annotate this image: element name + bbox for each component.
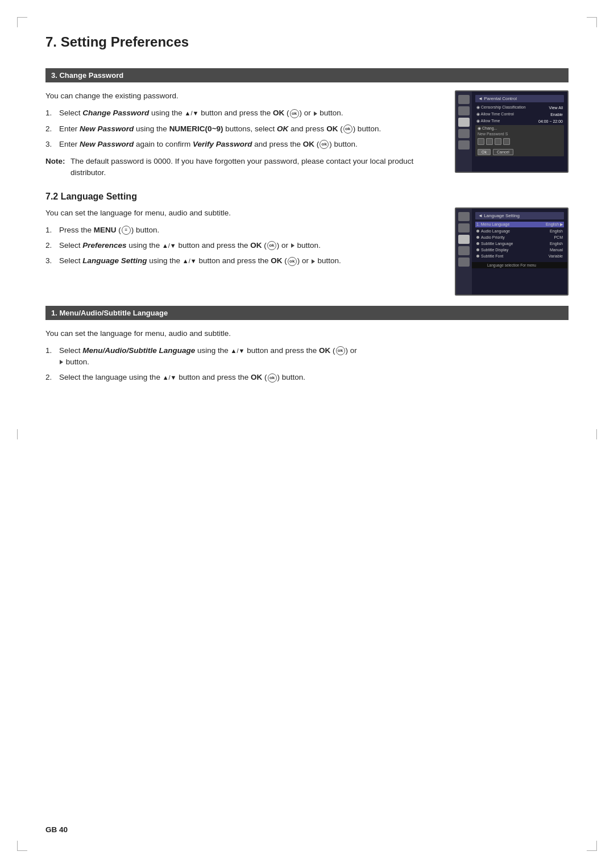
menu-audio-desc: You can set the language for menu, audio…	[45, 328, 569, 339]
ss-buttons: Ok Cancel	[478, 149, 513, 155]
ss-parental-title: ◄ Parental Control	[475, 95, 564, 102]
change-password-steps: 1. Select Change Password using the ▲/▼ …	[45, 107, 441, 150]
ss-lang-title: ◄ Language Setting	[475, 212, 564, 219]
sidebar-icon-lang-1	[458, 212, 470, 221]
language-setting-step-2: 2. Select Preferences using the ▲/▼ butt…	[45, 240, 441, 251]
corner-mark-bl	[17, 841, 27, 851]
language-setting-step-1: 1. Press the MENU (≡) button.	[45, 225, 441, 236]
change-password-step-1: 1. Select Change Password using the ▲/▼ …	[45, 107, 441, 119]
change-password-desc: You can change the existing password.	[45, 90, 441, 102]
section-menu-audio-subtitle: 1. Menu/Audio/Subtitle Language You can …	[45, 306, 569, 384]
menu-audio-step-1: 1. Select Menu/Audio/Subtitle Language u…	[45, 345, 569, 368]
ss-lang-caption: Language selection For menu	[456, 262, 567, 268]
menu-audio-step-2: 2. Select the language using the ▲/▼ but…	[45, 372, 569, 383]
menu-audio-steps: 1. Select Menu/Audio/Subtitle Language u…	[45, 345, 569, 384]
ss-change-password-row: ◉ Chang... New Password S Ok Cancel	[475, 125, 564, 156]
page-title: 7. Setting Preferences	[45, 34, 569, 52]
language-setting-steps: 1. Press the MENU (≡) button. 2. Select …	[45, 225, 441, 267]
sidebar-icon-lang-5	[458, 258, 470, 267]
sidebar-icon-4	[458, 129, 470, 138]
arrow-icon-3	[312, 259, 315, 264]
sidebar-icon-5	[458, 140, 470, 149]
ss-lang-row-1: 1. Menu Language English ▶	[475, 222, 564, 227]
arrow-icon-2	[291, 243, 294, 248]
ss-lang-row-6: Subtitle Font Variable	[475, 254, 564, 259]
sidebar-icon-2	[458, 106, 470, 115]
ss-lang-row-3: Audio Priority PCM	[475, 235, 564, 240]
language-setting-desc: You can set the language for menu, audio…	[45, 207, 441, 219]
section-header-menu-audio: 1. Menu/Audio/Subtitle Language	[45, 306, 569, 320]
ss-lang-row-4: Subtitle Language English	[475, 241, 564, 246]
side-mark-left	[17, 429, 18, 439]
side-mark-right	[596, 429, 597, 439]
change-password-step-3: 3. Enter New Password again to confirm V…	[45, 139, 441, 150]
change-password-note: Note: The default password is 0000. If y…	[45, 156, 441, 179]
ss-row-3: ◉ Allow Time 04:00 ~ 22:00	[475, 118, 564, 124]
sidebar-icon-lang-3	[458, 235, 470, 244]
page-footer: GB 40	[45, 825, 68, 834]
corner-mark-tr	[587, 17, 597, 27]
sidebar-icon-lang-2	[458, 223, 470, 232]
section-header-change-password: 3. Change Password	[45, 68, 569, 82]
corner-mark-br	[587, 841, 597, 851]
change-password-step-2: 2. Enter New Password using the NUMERIC(…	[45, 123, 441, 135]
language-setting-content: You can set the language for menu, audio…	[45, 207, 441, 296]
ss-row-1: ◉ Censorship Classification View All	[475, 105, 564, 110]
language-setting-subtitle: 7.2 Language Setting	[45, 192, 569, 202]
language-setting-screenshot: ◄ Language Setting 1. Menu Language Engl…	[455, 207, 569, 296]
ss-lang-row-5: Subtitle Display Manual	[475, 247, 564, 252]
language-setting-step-3: 3. Select Language Setting using the ▲/▼…	[45, 255, 441, 267]
ss-lang-row-2: Audio Language English	[475, 229, 564, 234]
sidebar-icon-lang-4	[458, 246, 470, 255]
parental-control-screenshot: ◄ Parental Control ◉ Censorship Classifi…	[455, 90, 569, 179]
arrow-icon-1	[314, 111, 317, 116]
section-change-password: 3. Change Password You can change the ex…	[45, 68, 569, 179]
change-password-content: You can change the existing password. 1.…	[45, 90, 441, 179]
ss-row-2: ◉ Allow Time Control Enable	[475, 111, 564, 117]
arrow-icon-4	[60, 360, 63, 364]
sidebar-icon-1	[458, 95, 470, 104]
section-language-setting: 7.2 Language Setting You can set the lan…	[45, 192, 569, 296]
ss-password-boxes	[478, 138, 510, 145]
corner-mark-tl	[17, 17, 27, 27]
sidebar-icon-3	[458, 118, 470, 127]
